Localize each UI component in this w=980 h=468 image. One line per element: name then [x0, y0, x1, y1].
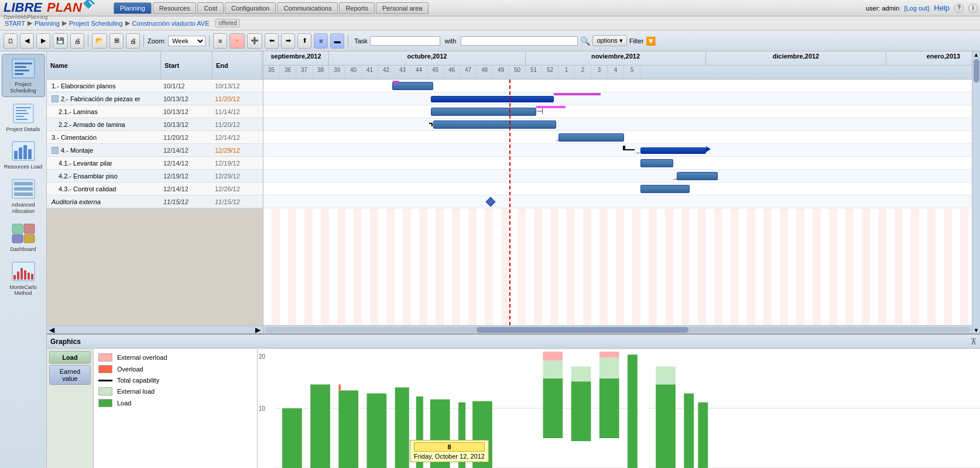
svg-rect-11	[16, 113, 29, 114]
help-label[interactable]: Help	[934, 4, 950, 12]
graphics-collapse-button[interactable]: ⊼	[971, 337, 976, 346]
week-48: 48	[477, 66, 493, 80]
load-tab-load[interactable]: Load	[49, 351, 91, 364]
gantt-row-8: →	[263, 170, 972, 183]
v-scroll-thumb[interactable]	[974, 59, 979, 82]
save-button[interactable]: 💾	[53, 33, 68, 49]
add-task-button[interactable]: ➕	[247, 33, 262, 49]
indent-button[interactable]: ⬅	[265, 33, 279, 49]
tooltip-date: Friday, October 12, 2012	[414, 453, 485, 460]
logout-link[interactable]: [Log out]	[904, 5, 929, 12]
task-start-3: 10/13/12	[161, 107, 213, 116]
new-button[interactable]: 🗋	[4, 33, 18, 49]
outdent-button[interactable]: ➡	[281, 33, 295, 49]
task-list-scrollbar[interactable]: ◀ ▶	[47, 325, 263, 333]
gantt-view-button[interactable]: ▬	[330, 33, 344, 49]
breadcrumb-project-scheduling[interactable]: Project Scheduling	[69, 20, 123, 27]
week-49: 49	[493, 66, 509, 80]
sidebar-item-project-details[interactable]: Project Details	[2, 99, 45, 135]
nav-tab-reports[interactable]: Reports	[339, 2, 375, 14]
load-tabs: Load Earned value	[47, 349, 94, 468]
graphics-header: Graphics ⊼	[47, 335, 980, 349]
svg-rect-20	[14, 182, 33, 185]
task-row: 4.1.- Levantar pilar 12/14/12 12/19/12	[47, 157, 263, 170]
task-start-10: 11/15/12	[161, 197, 213, 207]
scroll-up-arrow[interactable]: ▲	[972, 51, 980, 58]
flatten-button[interactable]: ≡	[314, 33, 328, 49]
task-end-9: 12/26/12	[213, 184, 262, 194]
sidebar-label-advanced-allocation: Advanced Allocation	[4, 202, 43, 215]
task-name-10: Auditoría externa	[47, 197, 161, 207]
load-tab-earned-value[interactable]: Earned value	[49, 365, 91, 385]
week-37: 37	[296, 66, 313, 80]
move-up-button[interactable]: ⬆	[297, 33, 311, 49]
task-list-body: 1.- Elaboración planos 10/1/12 10/13/12 …	[47, 80, 263, 325]
gantt-bar-3	[431, 108, 536, 116]
folder-button[interactable]: 📂	[92, 33, 107, 49]
gantt-week-row: 35 36 37 38 39 40 41 42 43 44 45 46	[263, 66, 972, 80]
options-button[interactable]: options ▾	[592, 35, 627, 46]
week-35: 35	[263, 66, 280, 80]
sidebar-item-project-scheduling[interactable]: Project Scheduling	[2, 54, 45, 97]
nav-tab-communications[interactable]: Communications	[277, 2, 338, 14]
breadcrumb-planning[interactable]: Planning	[35, 20, 60, 27]
sidebar-item-resources-load[interactable]: Resources Load	[2, 137, 45, 173]
sidebar-item-montecarlo[interactable]: MonteCarlo Method	[2, 257, 45, 300]
zoom-select[interactable]: Week Day Month Quarter Year	[168, 36, 205, 46]
gantt-area: Name Start End 1.- Elaboración planos 10…	[47, 51, 980, 333]
gantt-bar-9	[640, 185, 690, 193]
scroll-right-arrow[interactable]: ▶	[253, 326, 263, 333]
week-52: 52	[542, 66, 558, 80]
critical-path-button[interactable]: 🔸	[229, 33, 245, 49]
gantt-wrapper: septiembre,2012 octubre,2012 noviembre,2…	[263, 51, 980, 333]
nav-tab-configuration[interactable]: Configuration	[225, 2, 276, 14]
svg-rect-41	[367, 394, 387, 469]
breadcrumb-start[interactable]: START	[5, 20, 25, 27]
nav-tab-planning[interactable]: Planning	[114, 2, 152, 14]
task-list: Name Start End 1.- Elaboración planos 10…	[47, 51, 263, 333]
gantt-bar-5	[558, 133, 624, 142]
task-row: 4.2.- Ensamblar piso 12/19/12 12/29/12	[47, 170, 263, 183]
h-scroll-thumb[interactable]	[477, 327, 688, 333]
filter-columns-button[interactable]: ≡	[213, 33, 227, 49]
task-end-6: 12/29/12	[213, 146, 262, 155]
forward-button[interactable]: ▶	[36, 33, 50, 49]
gantt-h-scrollbar[interactable]	[263, 325, 972, 333]
print2-button[interactable]: 🖨	[126, 33, 140, 49]
gantt-v-scrollbar[interactable]: ▲ ▼	[972, 51, 980, 333]
legend-item-total-capability: Total capability	[98, 377, 252, 384]
graphics-area: Graphics ⊼ Load Earned value External ov…	[47, 333, 980, 468]
scroll-down-arrow[interactable]: ▼	[972, 327, 980, 333]
y-label-20: 20	[259, 353, 265, 360]
svg-rect-6	[15, 70, 29, 71]
nav-tab-personal-area[interactable]: Personal area	[376, 2, 429, 14]
week-3: 3	[591, 66, 608, 80]
info-icon[interactable]: i	[968, 4, 978, 13]
scroll-left-arrow[interactable]: ◀	[47, 326, 57, 333]
svg-text:LIBRE: LIBRE	[4, 0, 43, 15]
svg-rect-39	[338, 390, 358, 468]
dep-arrow-4	[429, 123, 433, 126]
svg-rect-54	[599, 352, 619, 357]
gantt-row-7	[263, 157, 972, 170]
svg-rect-59	[684, 394, 694, 469]
back-button[interactable]: ◀	[20, 33, 34, 49]
gantt-chart: septiembre,2012 octubre,2012 noviembre,2…	[263, 51, 972, 333]
sidebar-item-advanced-allocation[interactable]: Advanced Allocation	[2, 175, 45, 217]
task-end-8: 12/29/12	[213, 171, 262, 181]
legend-item-external-load: External load	[98, 387, 252, 395]
search-icon[interactable]: 🔍	[580, 36, 590, 46]
grid-button[interactable]: ⊞	[109, 33, 124, 49]
nav-tab-resources[interactable]: Resources	[153, 2, 197, 14]
svg-rect-29	[17, 271, 19, 280]
task-search-input[interactable]	[370, 36, 440, 46]
sidebar-label-dashboard: Dashboard	[10, 246, 36, 253]
help-icon[interactable]: ?	[954, 4, 964, 13]
filter-icon[interactable]: 🔽	[646, 36, 656, 46]
sidebar-item-dashboard[interactable]: Dashboard	[2, 219, 45, 255]
nav-tab-cost[interactable]: Cost	[197, 2, 224, 14]
svg-rect-55	[628, 355, 638, 468]
task-filter-input[interactable]	[461, 36, 578, 46]
print-button[interactable]: 🖨	[70, 33, 84, 49]
breadcrumb-project-name[interactable]: Construcción viaducto AVE	[132, 20, 210, 27]
